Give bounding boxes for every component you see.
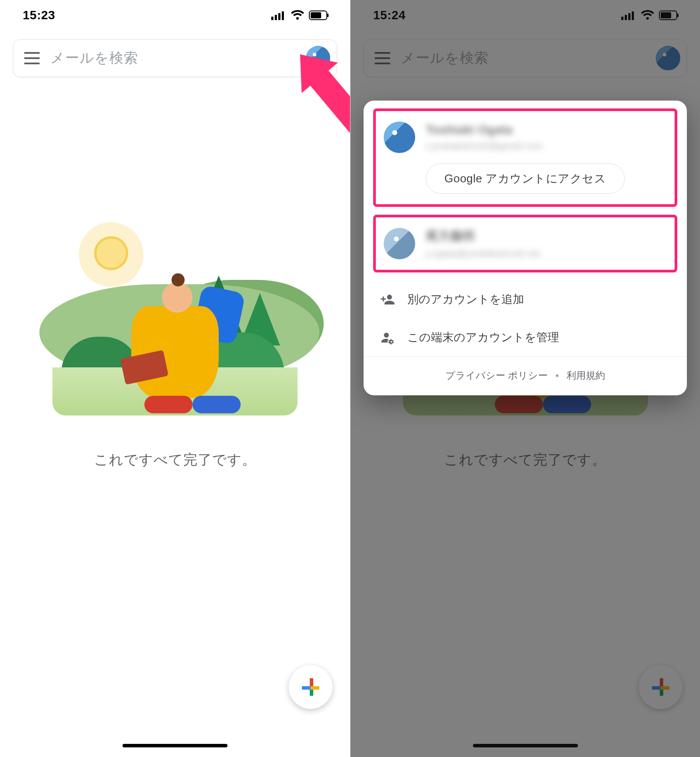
- svg-rect-2: [278, 13, 280, 20]
- add-account-row[interactable]: 別のアカウントを追加: [364, 280, 687, 318]
- compose-fab[interactable]: [289, 665, 332, 709]
- access-label: アカウントにアクセス: [483, 172, 606, 185]
- svg-rect-6: [311, 12, 321, 18]
- highlight-primary-account: Toshiaki Ogata t.yositakahzuki@gmail.com…: [373, 108, 677, 207]
- menu-icon[interactable]: [24, 52, 40, 64]
- account-email: t.yositakahzuki@gmail.com: [426, 140, 542, 152]
- empty-illustration: [52, 206, 298, 433]
- account-name: 尾方義明: [426, 228, 540, 244]
- google-label: Google: [444, 172, 483, 185]
- highlight-secondary-account: 尾方義明 y.ogata@yositakahzuki.net: [373, 215, 677, 272]
- phone-right: 15:24 メールを検索: [350, 0, 700, 757]
- account-secondary[interactable]: 尾方義明 y.ogata@yositakahzuki.net: [378, 220, 673, 267]
- svg-rect-1: [275, 15, 277, 20]
- privacy-link[interactable]: プライバシー ポリシー: [445, 369, 548, 382]
- account-sheet: Toshiaki Ogata t.yositakahzuki@gmail.com…: [364, 101, 687, 395]
- sheet-footer: プライバシー ポリシー • 利用規約: [364, 357, 687, 395]
- home-indicator[interactable]: [122, 744, 228, 747]
- svg-rect-5: [327, 14, 329, 17]
- google-account-access-button[interactable]: Google アカウントにアクセス: [426, 164, 625, 194]
- status-indicators: [271, 10, 329, 21]
- manage-accounts-label: この端末のアカウントを管理: [407, 330, 559, 345]
- person-gear-icon: [380, 330, 395, 345]
- svg-rect-0: [271, 17, 273, 20]
- search-placeholder: メールを検索: [50, 49, 295, 68]
- account-primary[interactable]: Toshiaki Ogata t.yositakahzuki@gmail.com: [378, 114, 673, 161]
- plus-icon: [302, 678, 319, 696]
- phone-left: 15:23 メールを検索: [0, 0, 350, 757]
- person-add-icon: [380, 292, 395, 307]
- manage-accounts-row[interactable]: この端末のアカウントを管理: [364, 318, 687, 356]
- separator-dot: •: [556, 370, 559, 381]
- account-name: Toshiaki Ogata: [426, 123, 542, 137]
- status-time: 15:23: [23, 8, 55, 22]
- account-email: y.ogata@yositakahzuki.net: [426, 248, 540, 259]
- wifi-icon: [290, 10, 304, 21]
- avatar-icon: [384, 228, 415, 259]
- avatar-icon: [384, 122, 415, 153]
- svg-rect-3: [282, 11, 284, 20]
- cellular-icon: [271, 10, 286, 20]
- terms-link[interactable]: 利用規約: [567, 369, 605, 382]
- status-bar: 15:23: [0, 0, 350, 31]
- empty-caption: これですべて完了です。: [94, 450, 256, 470]
- add-account-label: 別のアカウントを追加: [407, 292, 524, 307]
- battery-icon: [309, 10, 329, 20]
